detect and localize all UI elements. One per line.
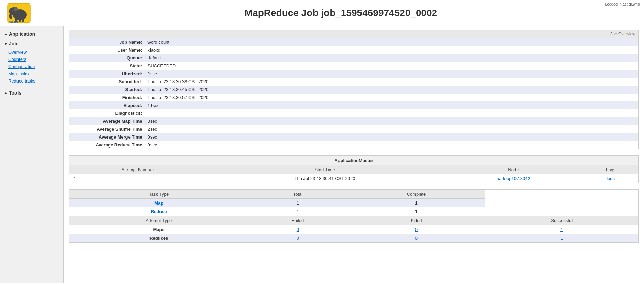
- task-reduce-link[interactable]: Reduce: [151, 209, 167, 214]
- label-user-name: User Name:: [69, 46, 145, 54]
- table-row: Average Merge Time 0sec: [69, 133, 639, 141]
- maps-killed-link[interactable]: 0: [415, 227, 418, 232]
- label-diagnostics: Diagnostics:: [69, 109, 145, 117]
- attempt-col-type: Attempt Type: [69, 216, 248, 225]
- label-job-name: Job Name:: [69, 38, 145, 46]
- reduces-successful: 1: [485, 234, 638, 243]
- am-attempt-number: 1: [69, 174, 206, 183]
- am-logs: logs: [583, 174, 638, 183]
- svg-point-5: [14, 7, 18, 11]
- sidebar-item-counters[interactable]: Counters: [0, 56, 63, 63]
- table-row: Reduce 1 1: [69, 207, 639, 216]
- sidebar-item-map-tasks[interactable]: Map tasks: [0, 70, 63, 77]
- am-title-row: ApplicationMaster: [69, 156, 639, 165]
- table-row: Submitted: Thu Jul 23 18:30:38 CST 2020: [69, 78, 639, 86]
- svg-text:hadoop: hadoop: [9, 20, 19, 23]
- am-header-row: Attempt Number Start Time Node Logs: [69, 165, 639, 174]
- table-row: State: SUCCEEDED: [69, 62, 639, 70]
- maps-failed-link[interactable]: 0: [297, 227, 299, 232]
- task-reduce-total: 1: [248, 207, 347, 216]
- main-layout: ► Application ▼ Job Overview Counters Co…: [0, 26, 644, 283]
- reduces-killed-link[interactable]: 0: [415, 236, 418, 241]
- value-job-name: word count: [145, 38, 639, 46]
- sidebar-tools-header[interactable]: ► Tools: [0, 88, 63, 98]
- label-avg-reduce: Average Reduce Time: [69, 141, 145, 149]
- maps-successful-link[interactable]: 1: [560, 227, 563, 232]
- application-master-table: ApplicationMaster Attempt Number Start T…: [69, 155, 639, 183]
- job-overview-header-row: Job Overview: [69, 30, 639, 38]
- value-queue: default: [145, 54, 639, 62]
- label-avg-merge: Average Merge Time: [69, 133, 145, 141]
- sidebar-item-configuration[interactable]: Configuration: [0, 63, 63, 70]
- sidebar: ► Application ▼ Job Overview Counters Co…: [0, 26, 64, 283]
- table-row: Queue: default: [69, 54, 639, 62]
- table-row: 1 Thu Jul 23 18:30:41 CST 2020 hadoop107…: [69, 174, 639, 183]
- sidebar-item-overview[interactable]: Overview: [0, 48, 63, 56]
- logged-in-label: Logged in as: dr.who: [605, 2, 640, 6]
- am-node-link[interactable]: hadoop107:8042: [497, 176, 530, 181]
- sidebar-item-reduce-tasks[interactable]: Reduce tasks: [0, 77, 63, 85]
- table-row: Diagnostics:: [69, 109, 639, 117]
- value-avg-merge: 0sec: [145, 133, 639, 141]
- sidebar-application-label: Application: [9, 31, 35, 37]
- reduces-failed: 0: [248, 234, 347, 243]
- label-finished: Finished:: [69, 94, 145, 101]
- label-submitted: Submitted:: [69, 78, 145, 86]
- task-summary-table: Task Type Total Complete Map 1 1 Reduce …: [69, 189, 639, 243]
- table-row: Average Reduce Time 0sec: [69, 141, 639, 149]
- label-avg-map: Average Map Time: [69, 117, 145, 125]
- attempt-col-failed: Failed: [248, 216, 347, 225]
- am-section-title: ApplicationMaster: [69, 156, 639, 165]
- page-title: MapReduce Job job_1595469974520_0002: [45, 8, 637, 19]
- am-start-time: Thu Jul 23 18:30:41 CST 2020: [206, 174, 444, 183]
- sidebar-job-header[interactable]: ▼ Job: [0, 39, 63, 48]
- label-avg-shuffle: Average Shuffle Time: [69, 125, 145, 133]
- maps-failed: 0: [248, 225, 347, 234]
- table-row: Average Map Time 3sec: [69, 117, 639, 125]
- job-overview-title: Job Overview: [69, 30, 639, 38]
- value-uberized: false: [145, 70, 639, 78]
- value-avg-shuffle: 2sec: [145, 125, 639, 133]
- task-map-type: Map: [69, 199, 248, 208]
- value-started: Thu Jul 23 18:30:45 CST 2020: [145, 86, 639, 94]
- am-col-node: Node: [443, 165, 583, 174]
- table-row: Job Name: word count: [69, 38, 639, 46]
- value-user-name: xiaoxq: [145, 46, 639, 54]
- task-col-type: Task Type: [69, 190, 248, 199]
- am-col-start: Start Time: [206, 165, 444, 174]
- maps-successful: 1: [485, 225, 638, 234]
- task-map-link[interactable]: Map: [154, 200, 163, 206]
- task-map-complete: 1: [347, 199, 486, 208]
- attempt-col-killed: Killed: [347, 216, 486, 225]
- main-content: Job Overview Job Name: word count User N…: [64, 26, 644, 283]
- am-node: hadoop107:8042: [443, 174, 583, 183]
- am-col-logs: Logs: [583, 165, 638, 174]
- value-avg-reduce: 0sec: [145, 141, 639, 149]
- sidebar-application-header[interactable]: ► Application: [0, 29, 63, 39]
- table-row: Average Shuffle Time 2sec: [69, 125, 639, 133]
- logo: hadoop: [7, 3, 31, 23]
- maps-type: Maps: [69, 225, 248, 234]
- attempt-col-successful: Successful: [485, 216, 638, 225]
- value-diagnostics: [145, 109, 639, 117]
- attempt-header-row: Attempt Type Failed Killed Successful: [69, 216, 639, 225]
- reduces-successful-link[interactable]: 1: [560, 236, 563, 241]
- hadoop-logo-icon: hadoop: [7, 3, 31, 23]
- am-logs-link[interactable]: logs: [607, 176, 615, 181]
- task-col-total: Total: [248, 190, 347, 199]
- task-map-total: 1: [248, 199, 347, 208]
- application-arrow-icon: ►: [4, 32, 8, 36]
- table-row: Map 1 1: [69, 199, 639, 208]
- table-row: User Name: xiaoxq: [69, 46, 639, 54]
- svg-rect-8: [22, 19, 24, 22]
- reduces-failed-link[interactable]: 0: [297, 236, 299, 241]
- svg-point-4: [12, 10, 13, 11]
- value-submitted: Thu Jul 23 18:30:38 CST 2020: [145, 78, 639, 86]
- reduces-killed: 0: [347, 234, 486, 243]
- value-finished: Thu Jul 23 18:30:57 CST 2020: [145, 94, 639, 101]
- table-row: Maps 0 0 1: [69, 225, 639, 234]
- reduces-type: Reduces: [69, 234, 248, 243]
- maps-killed: 0: [347, 225, 486, 234]
- label-state: State:: [69, 62, 145, 70]
- task-reduce-type: Reduce: [69, 207, 248, 216]
